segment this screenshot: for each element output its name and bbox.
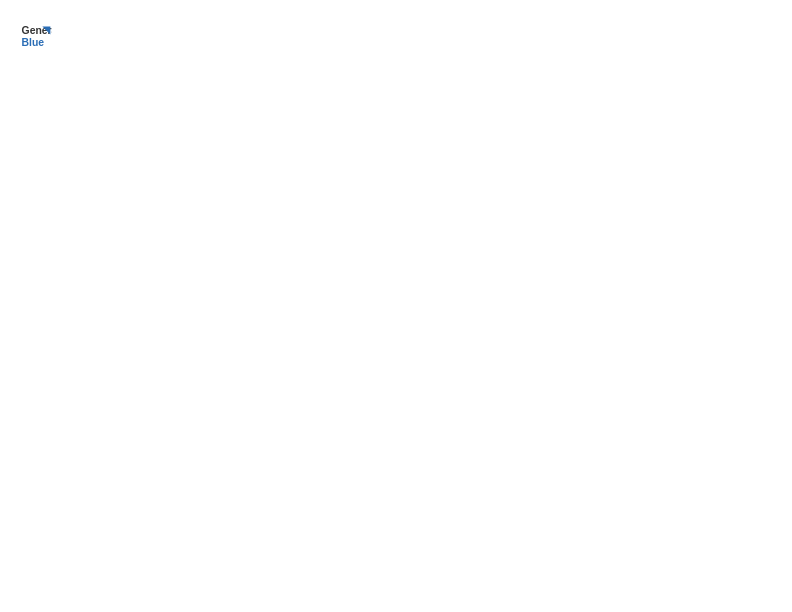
svg-text:Blue: Blue	[22, 37, 45, 48]
logo: General Blue	[20, 20, 52, 52]
page-header: General Blue	[20, 20, 772, 52]
logo-icon: General Blue	[20, 20, 52, 52]
